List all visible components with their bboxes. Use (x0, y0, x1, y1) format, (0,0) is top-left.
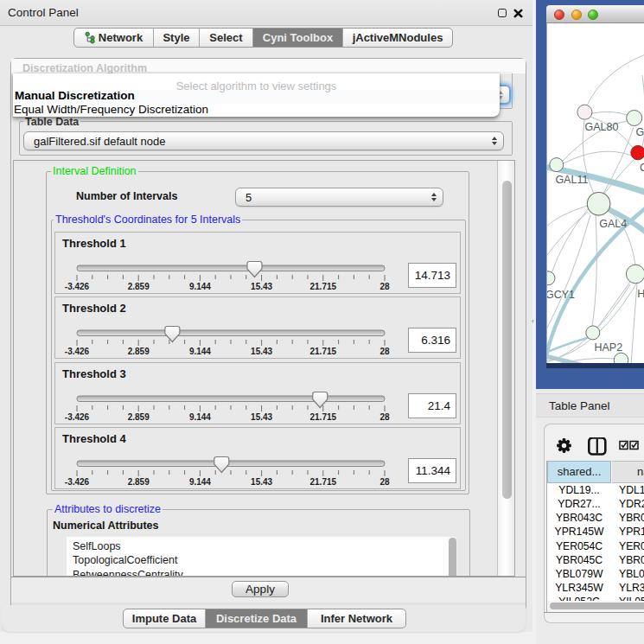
svg-text:9.144: 9.144 (189, 282, 211, 291)
svg-text:28: 28 (379, 476, 390, 486)
svg-text:H: H (637, 288, 644, 300)
svg-text:21.715: 21.715 (310, 476, 337, 486)
svg-text:-3.426: -3.426 (65, 411, 90, 421)
svg-text:2.859: 2.859 (128, 411, 150, 421)
svg-text:C: C (640, 162, 644, 174)
svg-text:GCY1: GCY1 (547, 289, 575, 301)
svg-text:2.859: 2.859 (128, 476, 150, 486)
svg-text:9.144: 9.144 (189, 476, 211, 486)
svg-text:15.43: 15.43 (251, 476, 272, 486)
svg-text:9.144: 9.144 (189, 347, 211, 356)
svg-text:GAL4: GAL4 (599, 218, 627, 230)
svg-text:15.43: 15.43 (251, 282, 272, 291)
svg-text:GAL80: GAL80 (585, 121, 619, 133)
svg-text:-3.426: -3.426 (65, 282, 90, 291)
svg-text:15.43: 15.43 (251, 411, 272, 421)
svg-text:21.715: 21.715 (310, 411, 337, 421)
svg-text:HAP2: HAP2 (595, 341, 623, 354)
svg-text:21.715: 21.715 (310, 282, 337, 291)
svg-text:28: 28 (379, 411, 390, 421)
svg-text:GA: GA (636, 126, 644, 138)
svg-text:GAL11: GAL11 (555, 174, 588, 186)
svg-text:9.144: 9.144 (189, 411, 211, 421)
svg-text:2.859: 2.859 (128, 347, 150, 356)
svg-text:28: 28 (379, 347, 390, 356)
svg-text:15.43: 15.43 (251, 347, 272, 356)
svg-text:28: 28 (379, 282, 390, 291)
svg-text:-3.426: -3.426 (65, 347, 90, 356)
svg-text:2.859: 2.859 (128, 282, 150, 291)
svg-text:21.715: 21.715 (310, 347, 337, 356)
svg-text:-3.426: -3.426 (65, 476, 90, 486)
